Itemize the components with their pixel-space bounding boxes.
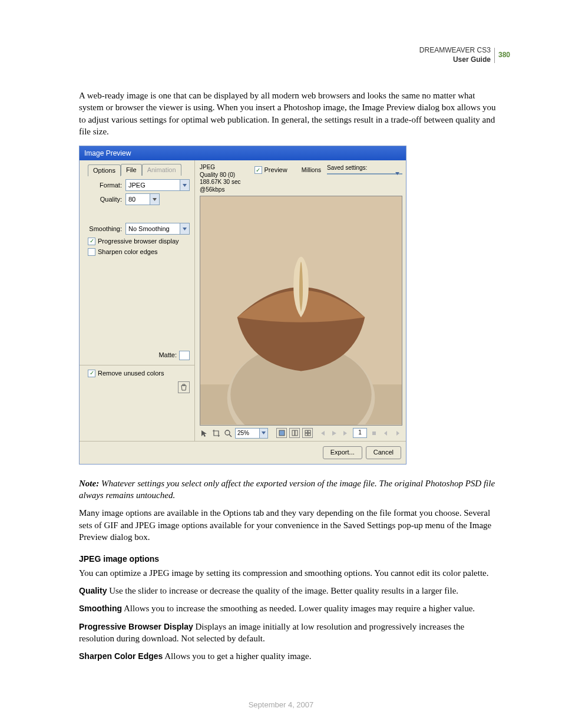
tab-options[interactable]: Options	[88, 164, 121, 176]
guide-name: User Guide	[419, 55, 491, 65]
opt-sharpen: Sharpen Color Edges Allows you to get a …	[79, 650, 498, 662]
sharpen-checkbox[interactable]: Sharpen color edges	[88, 248, 190, 256]
svg-rect-9	[305, 430, 308, 433]
view-4up-icon[interactable]	[302, 428, 313, 438]
svg-rect-8	[295, 430, 297, 436]
svg-rect-12	[308, 433, 310, 436]
smoothing-label: Smoothing:	[88, 225, 122, 233]
body-paragraph-2: Many image options are available in the …	[79, 507, 498, 543]
dialog-title: Image Preview	[80, 146, 406, 160]
note-paragraph: Note: Whatever settings you select only …	[79, 477, 498, 502]
pointer-icon[interactable]	[200, 429, 209, 438]
chevron-down-icon	[259, 429, 267, 438]
quality-label: Quality:	[88, 195, 122, 204]
frame-number[interactable]: 1	[353, 428, 367, 438]
format-label: Format:	[88, 181, 122, 190]
format-select[interactable]: JPEG	[125, 179, 190, 191]
tab-file[interactable]: File	[121, 164, 142, 176]
chevron-down-icon	[180, 223, 189, 234]
saved-settings-select[interactable]	[327, 173, 402, 174]
zoom-select[interactable]: 25%	[235, 428, 268, 439]
chevron-down-icon	[150, 194, 159, 205]
product-name: DREAMWEAVER CS3	[419, 46, 491, 55]
play-icon[interactable]	[329, 429, 339, 438]
next-icon[interactable]	[393, 429, 402, 438]
svg-rect-7	[292, 430, 295, 436]
progressive-checkbox[interactable]: Progressive browser display	[88, 237, 190, 246]
image-preview-area	[200, 196, 402, 426]
svg-rect-6	[279, 430, 285, 436]
first-frame-icon[interactable]	[318, 429, 327, 438]
image-preview-figure: Image Preview Options File Animation For…	[79, 146, 498, 465]
svg-point-4	[225, 430, 230, 435]
matte-label: Matte:	[158, 351, 177, 360]
trash-icon[interactable]	[178, 381, 190, 393]
opt-smoothing: Smoothing Allows you to increase the smo…	[79, 602, 498, 614]
export-button[interactable]: Export...	[323, 446, 362, 459]
tab-animation: Animation	[142, 164, 181, 176]
stop-icon[interactable]	[369, 429, 379, 438]
opt-quality: Quality Use the slider to increase or de…	[79, 585, 498, 597]
matte-swatch[interactable]	[179, 351, 190, 360]
last-frame-icon[interactable]	[341, 429, 351, 438]
opt-progressive: Progressive Browser Display Displays an …	[79, 621, 498, 645]
view-2up-icon[interactable]	[289, 428, 300, 438]
svg-rect-11	[305, 433, 308, 436]
remove-colors-checkbox[interactable]: Remove unused colors	[88, 369, 190, 378]
page-number: 380	[498, 51, 510, 60]
section-heading: JPEG image options	[79, 554, 498, 565]
svg-line-5	[229, 434, 232, 437]
svg-rect-10	[308, 430, 310, 433]
zoom-icon[interactable]	[223, 429, 233, 438]
smoothing-select[interactable]: No Smoothing	[125, 223, 190, 235]
colors-info: Millions	[302, 166, 321, 174]
footer-date: September 4, 2007	[0, 700, 562, 710]
preview-checkbox[interactable]: Preview	[254, 166, 287, 174]
view-1up-icon[interactable]	[276, 428, 287, 438]
prev-icon[interactable]	[381, 429, 391, 438]
crop-icon[interactable]	[211, 429, 221, 438]
quality-select[interactable]: 80	[125, 193, 160, 205]
preview-info: JPEG Quality 80 (0) 188.67K 30 sec @56kb…	[200, 164, 249, 193]
chevron-down-icon	[180, 180, 189, 190]
intro-paragraph: A web-ready image is one that can be dis…	[79, 90, 498, 137]
dialog-tabs: Options File Animation	[88, 164, 190, 176]
page-header: DREAMWEAVER CS3 User Guide 380	[419, 46, 510, 64]
svg-rect-13	[372, 431, 376, 435]
cancel-button[interactable]: Cancel	[366, 446, 401, 459]
section-lead: You can optimize a JPEG image by setting…	[79, 567, 498, 579]
saved-settings-label: Saved settings:	[327, 164, 402, 172]
